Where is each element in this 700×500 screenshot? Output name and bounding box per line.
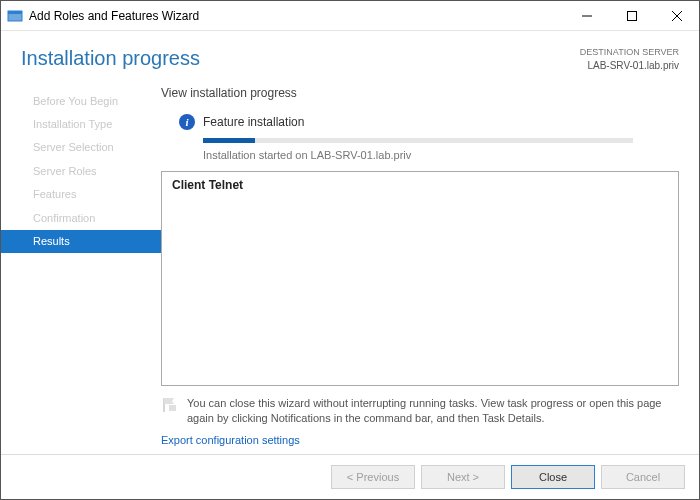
progress-bar-fill: [203, 138, 255, 143]
installed-item: Client Telnet: [172, 178, 668, 192]
destination-server: DESTINATION SERVER LAB-SRV-01.lab.priv: [580, 47, 679, 72]
export-config-link[interactable]: Export configuration settings: [161, 430, 679, 454]
close-window-button[interactable]: [654, 1, 699, 30]
page-title: Installation progress: [21, 47, 200, 70]
header: Installation progress DESTINATION SERVER…: [1, 31, 699, 76]
hint-text: You can close this wizard without interr…: [187, 396, 679, 426]
sidebar-item-features: Features: [1, 183, 161, 206]
sidebar-item-installation-type: Installation Type: [1, 113, 161, 136]
window-controls: [564, 1, 699, 30]
sidebar: Before You Begin Installation Type Serve…: [1, 86, 161, 454]
app-icon: [7, 8, 23, 24]
previous-button: < Previous: [331, 465, 415, 489]
progress-bar: [203, 138, 633, 143]
section-label: View installation progress: [161, 86, 679, 100]
destination-label: DESTINATION SERVER: [580, 47, 679, 59]
sidebar-item-results[interactable]: Results: [1, 230, 161, 253]
feature-row: i Feature installation: [161, 114, 679, 130]
destination-name: LAB-SRV-01.lab.priv: [580, 59, 679, 72]
window-titlebar: Add Roles and Features Wizard: [1, 1, 699, 31]
feature-title: Feature installation: [203, 115, 304, 129]
hint-row: You can close this wizard without interr…: [161, 394, 679, 430]
svg-rect-3: [627, 11, 636, 20]
maximize-button[interactable]: [609, 1, 654, 30]
progress-bar-wrap: [161, 138, 679, 143]
footer: < Previous Next > Close Cancel: [1, 454, 699, 499]
installed-items-box: Client Telnet: [161, 171, 679, 387]
svg-rect-6: [169, 405, 176, 411]
next-button: Next >: [421, 465, 505, 489]
window-title: Add Roles and Features Wizard: [29, 9, 564, 23]
flag-icon: [161, 396, 179, 414]
sidebar-item-before-you-begin: Before You Begin: [1, 90, 161, 113]
sidebar-item-confirmation: Confirmation: [1, 207, 161, 230]
svg-rect-1: [8, 11, 22, 14]
sidebar-item-server-selection: Server Selection: [1, 136, 161, 159]
sidebar-item-server-roles: Server Roles: [1, 160, 161, 183]
main-panel: View installation progress i Feature ins…: [161, 86, 699, 454]
close-button[interactable]: Close: [511, 465, 595, 489]
cancel-button: Cancel: [601, 465, 685, 489]
body: Before You Begin Installation Type Serve…: [1, 76, 699, 454]
progress-message: Installation started on LAB-SRV-01.lab.p…: [161, 149, 679, 161]
minimize-button[interactable]: [564, 1, 609, 30]
info-icon: i: [179, 114, 195, 130]
